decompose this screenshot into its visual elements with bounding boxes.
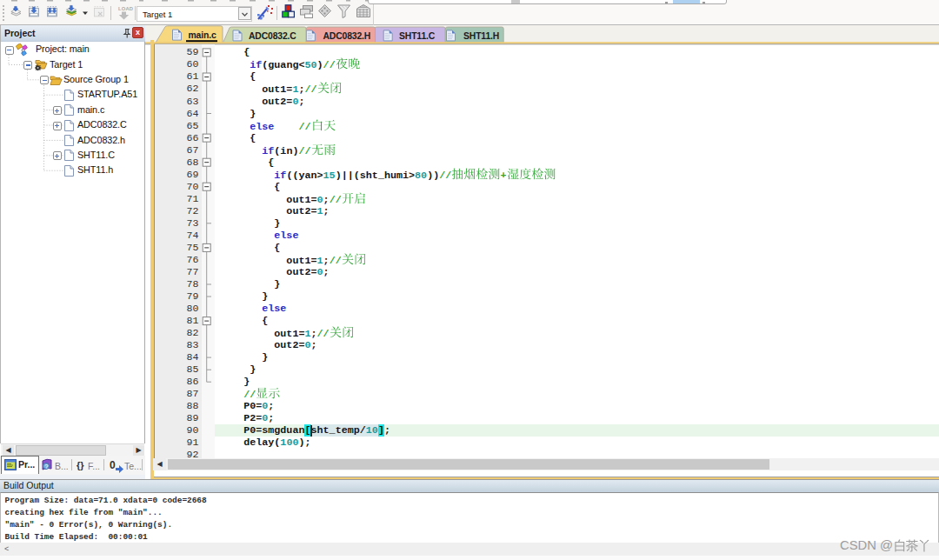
svg-text:ADC0832.H: ADC0832.H <box>323 31 371 41</box>
svg-text:SHT11.H: SHT11.H <box>463 31 499 41</box>
svg-text:SHT11.C: SHT11.C <box>399 31 436 41</box>
svg-text:ADC0832.C: ADC0832.C <box>249 31 296 41</box>
